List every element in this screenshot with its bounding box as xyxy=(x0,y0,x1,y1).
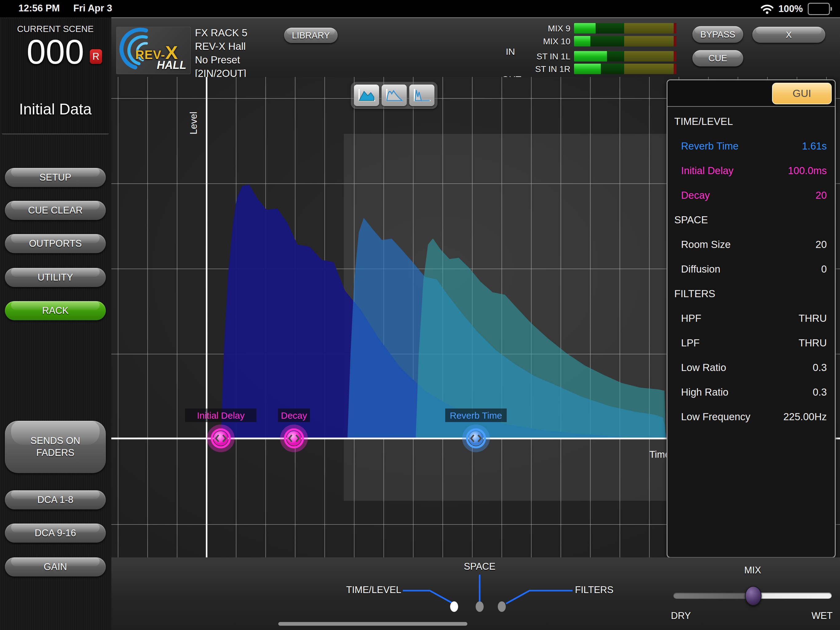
sidebar-button-outports[interactable]: OUTPORTS xyxy=(5,234,106,253)
scene-name: Initial Data xyxy=(2,100,109,118)
marker-label: Decay xyxy=(281,410,307,421)
status-bar: 12:56 PM Fri Apr 3 100% xyxy=(0,0,840,17)
curve-outline-icon xyxy=(384,88,404,103)
page-dot-2[interactable] xyxy=(498,602,506,612)
logo-variant: HALL xyxy=(157,59,186,72)
bypass-button[interactable]: BYPASS xyxy=(692,26,743,43)
mix-slider[interactable] xyxy=(673,592,832,598)
level-meter xyxy=(574,51,676,62)
param-label: LPF xyxy=(681,331,700,355)
level-meter xyxy=(574,64,676,74)
sidebar: CURRENT SCENE 000 R Initial Data SETUPCU… xyxy=(0,17,112,630)
panel-param-lpf[interactable]: LPFTHRU xyxy=(668,331,835,355)
scene-readonly-badge: R xyxy=(90,49,102,64)
panel-header: GUI xyxy=(668,80,835,107)
panel-param-diffusion[interactable]: Diffusion0 xyxy=(668,257,835,282)
param-label: FILTERS xyxy=(674,282,715,306)
panel-section-time-level: TIME/LEVEL xyxy=(668,109,835,134)
param-label: Low Ratio xyxy=(681,355,726,380)
param-label: SPACE xyxy=(674,207,708,232)
battery-icon xyxy=(808,3,832,15)
current-scene-box[interactable]: CURRENT SCENE 000 R Initial Data xyxy=(2,19,109,135)
gui-toggle-button[interactable]: GUI xyxy=(772,83,832,104)
param-label: Initial Delay xyxy=(681,158,734,183)
param-value: THRU xyxy=(799,331,827,355)
param-value: 20 xyxy=(815,183,827,207)
battery-percent: 100% xyxy=(778,3,803,14)
library-button[interactable]: LIBRARY xyxy=(284,28,338,43)
view-mode-decay-button[interactable] xyxy=(409,85,434,106)
param-value: 0 xyxy=(821,257,827,282)
revx-hall-logo: REV-X HALL xyxy=(116,27,191,74)
ylabel: Level xyxy=(188,112,199,135)
meter-label: ST IN 1R xyxy=(521,64,570,74)
page-label-filters[interactable]: FILTERS xyxy=(575,584,613,595)
marker-label: Reverb Time xyxy=(450,410,502,421)
date: Fri Apr 3 xyxy=(73,3,112,14)
param-label: Low Frequency xyxy=(681,405,750,429)
page-label-space[interactable]: SPACE xyxy=(449,561,510,572)
view-mode-switcher xyxy=(351,82,437,109)
page-dot-1[interactable] xyxy=(476,602,484,612)
clock: 12:56 PM xyxy=(19,3,60,14)
mix-slider-thumb[interactable] xyxy=(745,586,762,606)
param-value: 0.3 xyxy=(813,380,827,405)
panel-section-filters: FILTERS xyxy=(668,282,835,306)
page-label-time-level[interactable]: TIME/LEVEL xyxy=(324,584,401,595)
sidebar-button-cue-clear[interactable]: CUE CLEAR xyxy=(5,201,106,220)
panel-param-low-ratio[interactable]: Low Ratio0.3 xyxy=(668,355,835,380)
page-dot-0[interactable] xyxy=(450,602,458,612)
mix-label: MIX xyxy=(722,565,783,576)
level-meter xyxy=(574,36,676,46)
param-label: Decay xyxy=(681,183,710,207)
param-value: 0.3 xyxy=(813,355,827,380)
param-label: Reverb Time xyxy=(681,134,739,158)
fx-title-block: FX RACK 5 REV-X Hall No Preset [2IN/2OUT… xyxy=(195,26,248,80)
level-meter xyxy=(574,23,676,33)
panel-param-hpf[interactable]: HPFTHRU xyxy=(668,306,835,331)
meter-label: MIX 9 xyxy=(521,24,570,33)
rack-title: FX RACK 5 xyxy=(195,26,248,40)
meter-label: MIX 10 xyxy=(521,36,570,46)
home-indicator[interactable] xyxy=(278,622,467,626)
view-mode-curve-button[interactable] xyxy=(382,85,407,106)
parameter-panel: GUI TIME/LEVELReverb Time1.61sInitial De… xyxy=(666,79,836,558)
close-button[interactable]: X xyxy=(752,27,825,43)
revx-hall-editor-app: 12:56 PM Fri Apr 3 100% CURRENT SCENE 00… xyxy=(0,0,840,630)
sidebar-button-sends-on-faders[interactable]: SENDS ON FADERS xyxy=(5,421,106,473)
meter-label: ST IN 1L xyxy=(521,52,570,62)
param-label: High Ratio xyxy=(681,380,728,405)
fx-header: REV-X HALL FX RACK 5 REV-X Hall No Prese… xyxy=(111,17,840,78)
bottom-bar: SPACE TIME/LEVEL FILTERS MIX DRY WET xyxy=(111,557,840,630)
panel-param-room-size[interactable]: Room Size20 xyxy=(668,232,835,257)
area-filled-icon xyxy=(357,88,376,103)
param-value: 100.0ms xyxy=(788,158,827,183)
decay-outline-icon xyxy=(412,88,432,103)
panel-param-decay[interactable]: Decay20 xyxy=(668,183,835,207)
sidebar-button-utility[interactable]: UTILITY xyxy=(5,268,106,287)
view-mode-filled-button[interactable] xyxy=(354,85,379,106)
param-value: 20 xyxy=(815,232,827,257)
in-label: IN xyxy=(506,46,515,57)
cue-button[interactable]: CUE xyxy=(692,50,743,66)
panel-section-space: SPACE xyxy=(668,207,835,232)
param-value: 1.61s xyxy=(802,134,827,158)
sidebar-button-rack[interactable]: RACK xyxy=(5,301,106,320)
param-value: 225.00Hz xyxy=(783,405,827,429)
param-label: Diffusion xyxy=(681,257,720,282)
param-label: HPF xyxy=(681,306,701,331)
param-label: Room Size xyxy=(681,232,731,257)
panel-param-low-frequency[interactable]: Low Frequency225.00Hz xyxy=(668,405,835,429)
preset-name: No Preset xyxy=(195,53,248,67)
panel-param-reverb-time[interactable]: Reverb Time1.61s xyxy=(668,134,835,158)
sidebar-button-dca-9-16[interactable]: DCA 9-16 xyxy=(5,524,106,543)
panel-param-initial-delay[interactable]: Initial Delay100.0ms xyxy=(668,158,835,183)
dry-label: DRY xyxy=(671,610,691,621)
sidebar-button-gain[interactable]: GAIN xyxy=(5,557,106,576)
param-label: TIME/LEVEL xyxy=(674,109,733,134)
effect-name: REV-X Hall xyxy=(195,40,248,53)
sidebar-button-setup[interactable]: SETUP xyxy=(5,168,106,187)
panel-param-high-ratio[interactable]: High Ratio0.3 xyxy=(668,380,835,405)
sidebar-button-dca-1-8[interactable]: DCA 1-8 xyxy=(5,490,106,510)
wet-label: WET xyxy=(812,610,833,621)
